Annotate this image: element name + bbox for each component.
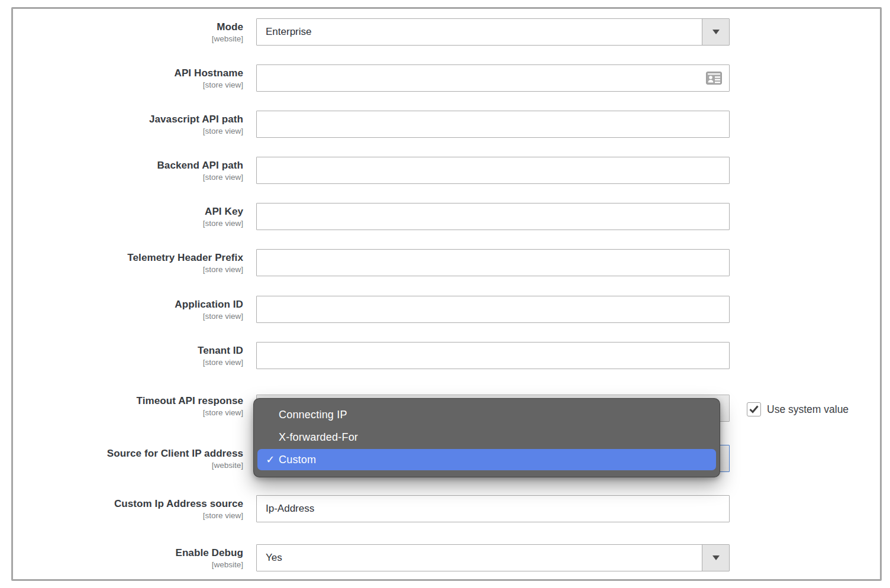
tenant-id-input[interactable] [256,342,730,369]
field-label-block: Javascript API path [store view] [24,113,243,137]
form-row-mode: Mode [website] Enterprise [0,18,890,46]
enable-debug-select[interactable]: Yes [256,544,730,571]
form-row-tenant-id: Tenant ID [store view] [0,342,890,369]
field-label-block: Mode [website] [24,21,243,44]
field-label-block: API Key [store view] [24,205,243,229]
use-system-value-label: Use system value [767,403,849,416]
telemetry-header-prefix-input[interactable] [256,249,730,276]
field-label: Application ID [24,298,243,311]
dropdown-option-x-forwarded-for[interactable]: X-forwarded-For [254,426,720,448]
field-scope: [store view] [24,79,243,91]
field-scope: [website] [24,33,243,44]
enable-debug-select-dropdown-button[interactable] [702,545,729,571]
custom-ip-address-source-input[interactable] [256,495,730,522]
field-scope: [store view] [24,311,243,322]
dropdown-option-connecting-ip[interactable]: Connecting IP [254,403,720,426]
field-label: Backend API path [24,159,243,172]
field-label: Timeout API response [24,395,243,407]
form-row-enable-debug: Enable Debug [website] Yes [0,544,890,571]
field-label-block: Custom Ip Address source [store view] [24,497,243,521]
mode-select-value: Enterprise [266,19,311,45]
use-system-value-checkbox[interactable] [747,402,761,416]
api-key-input[interactable] [256,203,730,230]
field-label: Enable Debug [24,547,243,559]
application-id-input[interactable] [256,296,730,323]
caret-down-icon [712,555,720,560]
contact-card-icon [706,72,722,85]
form-row-javascript-api-path: Javascript API path [store view] [0,111,890,138]
dropdown-option-label: Custom [279,454,316,466]
field-scope: [website] [24,460,243,471]
field-label-block: Telemetry Header Prefix [store view] [24,251,243,275]
field-scope: [store view] [24,172,243,183]
form-row-telemetry-header-prefix: Telemetry Header Prefix [store view] [0,249,890,276]
field-label: Custom Ip Address source [24,497,243,510]
field-label-block: Enable Debug [website] [24,547,243,570]
form-row-custom-ip-address-source: Custom Ip Address source [store view] [0,495,890,522]
field-label-block: Source for Client IP address [website] [24,447,243,471]
caret-down-icon [712,30,720,34]
form-row-api-hostname: API Hostname [store view] [0,64,890,92]
field-label: Telemetry Header Prefix [24,251,243,264]
field-label-block: API Hostname [store view] [24,67,243,91]
field-scope: [store view] [24,510,243,521]
field-label-block: Backend API path [store view] [24,159,243,183]
field-scope: [website] [24,559,243,570]
field-scope: [store view] [24,218,243,229]
field-scope: [store view] [24,264,243,275]
field-scope: [store view] [24,407,243,418]
field-label: Mode [24,21,243,33]
field-label: Javascript API path [24,113,243,125]
javascript-api-path-input[interactable] [256,111,730,138]
field-scope: [store view] [24,357,243,368]
field-label-block: Timeout API response [store view] [24,395,243,418]
api-hostname-input[interactable] [256,64,730,92]
field-label-block: Tenant ID [store view] [24,344,243,368]
field-label-block: Application ID [store view] [24,298,243,322]
mode-select[interactable]: Enterprise [256,18,730,46]
mode-select-dropdown-button[interactable] [702,19,729,45]
field-label: API Key [24,205,243,218]
form-row-application-id: Application ID [store view] [0,296,890,323]
checkmark-icon: ✓ [263,449,278,470]
form-row-api-key: API Key [store view] [0,203,890,230]
dropdown-option-custom[interactable]: ✓ Custom [257,449,716,470]
enable-debug-select-value: Yes [266,545,282,571]
form-row-backend-api-path: Backend API path [store view] [0,157,890,184]
field-label: Source for Client IP address [24,447,243,460]
backend-api-path-input[interactable] [256,157,730,184]
field-label: Tenant ID [24,344,243,357]
field-scope: [store view] [24,125,243,137]
field-label: API Hostname [24,67,243,79]
select-dropdown-popup: Connecting IP X-forwarded-For ✓ Custom [253,398,720,477]
